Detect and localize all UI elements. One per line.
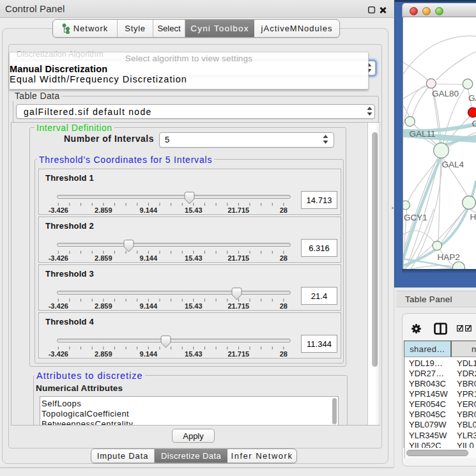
svg-text:GAL80: GAL80 — [432, 89, 459, 98]
svg-text:GCY1: GCY1 — [404, 213, 427, 222]
svg-text:HAP2: HAP2 — [438, 252, 460, 262]
svg-text:GAL4: GAL4 — [442, 160, 464, 169]
svg-text:GAL1: GAL1 — [468, 93, 476, 103]
svg-text:CD: CD — [472, 119, 476, 128]
svg-text:GAL11: GAL11 — [410, 129, 436, 139]
svg-text:HIS: HIS — [470, 212, 476, 222]
